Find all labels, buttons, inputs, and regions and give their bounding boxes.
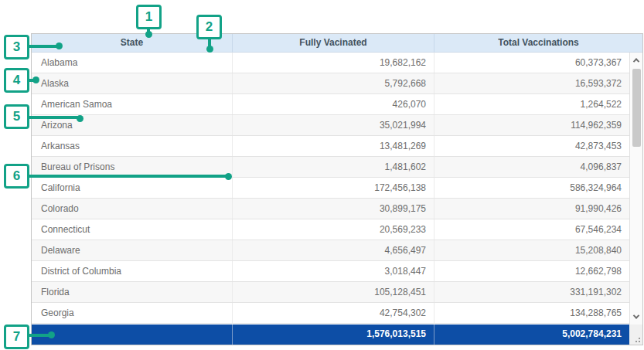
callout-1: 1 xyxy=(136,5,162,29)
chevron-up-icon xyxy=(633,58,639,64)
cell-fully[interactable]: 20,569,233 xyxy=(233,219,434,240)
cell-fully[interactable]: 5,792,668 xyxy=(233,73,434,93)
cell-total[interactable]: 60,373,367 xyxy=(434,53,629,73)
callout-1-dot xyxy=(145,31,152,38)
table-row[interactable]: District of Columbia3,018,44712,662,798 xyxy=(32,261,629,282)
cell-state[interactable]: Arkansas xyxy=(32,136,233,156)
scroll-up-button[interactable] xyxy=(630,54,642,66)
cell-state[interactable]: American Samoa xyxy=(32,94,233,114)
table-row[interactable]: Georgia42,754,302134,288,765 xyxy=(32,303,629,324)
table-row[interactable]: California172,456,138586,324,964 xyxy=(32,178,629,199)
callout-2: 2 xyxy=(196,15,222,39)
callout-5-dot xyxy=(77,115,83,122)
scrollbar-thumb[interactable] xyxy=(632,69,641,147)
table-row[interactable]: Arizona35,021,994114,962,359 xyxy=(32,115,629,136)
cell-state[interactable]: Georgia xyxy=(32,303,233,323)
cell-state[interactable]: Delaware xyxy=(32,240,233,260)
callout-4-dot xyxy=(32,76,39,83)
vertical-scrollbar[interactable] xyxy=(629,53,642,325)
callout-6: 6 xyxy=(4,164,29,189)
cell-total[interactable]: 4,096,837 xyxy=(434,157,629,177)
cell-total[interactable]: 91,990,426 xyxy=(434,199,629,219)
callout-3-connector xyxy=(28,45,57,48)
cell-state[interactable]: California xyxy=(32,178,233,198)
table-row[interactable]: Florida105,128,451331,191,302 xyxy=(32,282,629,303)
table-body: Alabama19,682,16260,373,367Alaska5,792,6… xyxy=(32,53,642,325)
cell-fully[interactable]: 19,682,162 xyxy=(233,53,434,73)
cell-total[interactable]: 16,593,372 xyxy=(434,73,629,93)
totals-total-vaccinations-cell: 5,002,784,231 xyxy=(434,325,629,345)
scroll-down-button[interactable] xyxy=(630,311,642,323)
callout-6-connector xyxy=(28,175,227,178)
table-rows: Alabama19,682,16260,373,367Alaska5,792,6… xyxy=(32,53,629,325)
column-header-total-vaccinations[interactable]: Total Vaccinations xyxy=(434,34,642,52)
callout-3: 3 xyxy=(4,35,29,59)
cell-fully[interactable]: 4,656,497 xyxy=(233,240,434,260)
cell-fully[interactable]: 105,128,451 xyxy=(233,282,434,302)
totals-state-cell xyxy=(32,325,233,345)
cell-total[interactable]: 134,288,765 xyxy=(434,303,629,323)
callout-2-dot xyxy=(206,46,213,53)
cell-state[interactable]: Alaska xyxy=(32,73,233,93)
table-row[interactable]: American Samoa426,0701,264,522 xyxy=(32,94,629,115)
cell-fully[interactable]: 172,456,138 xyxy=(233,178,434,198)
cell-total[interactable]: 67,546,234 xyxy=(434,219,629,240)
column-header-fully-vacinated[interactable]: Fully Vacinated xyxy=(233,34,434,52)
table-header-row: State Fully Vacinated Total Vaccinations xyxy=(32,34,642,53)
cell-total[interactable]: 331,191,302 xyxy=(434,282,629,302)
cell-fully[interactable]: 35,021,994 xyxy=(233,115,434,135)
table-row[interactable]: Alaska5,792,66816,593,372 xyxy=(32,73,629,94)
resize-grip-icon xyxy=(639,338,640,339)
cell-total[interactable]: 12,662,798 xyxy=(434,261,629,281)
callout-5: 5 xyxy=(4,104,29,129)
cell-fully[interactable]: 1,481,602 xyxy=(233,157,434,177)
callout-7: 7 xyxy=(4,325,29,349)
table-row[interactable]: Delaware4,656,49715,208,840 xyxy=(32,240,629,261)
callout-3-dot xyxy=(56,42,63,49)
table-row[interactable]: Alabama19,682,16260,373,367 xyxy=(32,53,629,73)
callout-7-dot xyxy=(48,331,55,338)
chevron-down-icon xyxy=(633,312,639,318)
callout-4: 4 xyxy=(4,68,29,93)
cell-total[interactable]: 42,873,453 xyxy=(434,136,629,156)
scrollbar-corner xyxy=(629,325,642,345)
cell-fully[interactable]: 426,070 xyxy=(233,94,434,114)
cell-fully[interactable]: 30,899,175 xyxy=(233,199,434,219)
cell-fully[interactable]: 3,018,447 xyxy=(233,261,434,281)
cell-state[interactable]: Florida xyxy=(32,282,233,302)
cell-fully[interactable]: 42,754,302 xyxy=(233,303,434,323)
table-row[interactable]: Arkansas13,481,26942,873,453 xyxy=(32,136,629,157)
cell-total[interactable]: 1,264,522 xyxy=(434,94,629,114)
vaccinations-list-table: State Fully Vacinated Total Vaccinations… xyxy=(31,33,643,345)
cell-total[interactable]: 114,962,359 xyxy=(434,115,629,135)
cell-total[interactable]: 15,208,840 xyxy=(434,240,629,260)
totals-fully-vacinated-cell: 1,576,013,515 xyxy=(233,325,434,345)
table-row[interactable]: Connecticut20,569,23367,546,234 xyxy=(32,219,629,240)
cell-state[interactable]: Colorado xyxy=(32,199,233,219)
cell-state[interactable]: Connecticut xyxy=(32,219,233,240)
cell-fully[interactable]: 13,481,269 xyxy=(233,136,434,156)
callout-6-dot xyxy=(225,173,232,180)
page-background: State Fully Vacinated Total Vaccinations… xyxy=(0,0,644,350)
cell-state[interactable]: District of Columbia xyxy=(32,261,233,281)
cell-total[interactable]: 586,324,964 xyxy=(434,178,629,198)
callout-5-connector xyxy=(28,116,78,119)
cell-state[interactable]: Alabama xyxy=(32,53,233,73)
totals-row: 1,576,013,515 5,002,784,231 xyxy=(32,325,642,345)
callout-7-connector xyxy=(28,334,49,337)
table-row[interactable]: Colorado30,899,17591,990,426 xyxy=(32,199,629,219)
